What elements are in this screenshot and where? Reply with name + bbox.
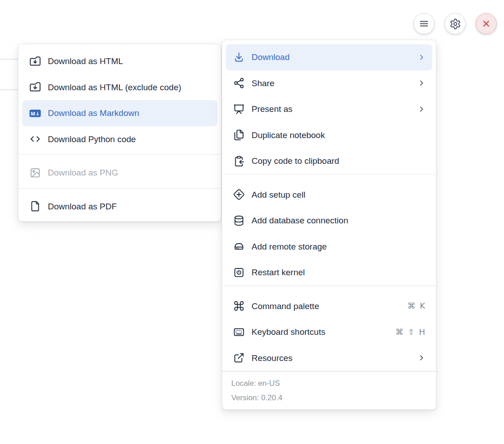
page-rule-line <box>0 59 18 60</box>
menu-item-label: Keyboard shortcuts <box>252 328 325 336</box>
shutdown-button[interactable] <box>476 13 497 34</box>
external-link-icon <box>233 352 245 364</box>
menu-item-command-palette[interactable]: Command palette⌘ K <box>226 293 432 319</box>
file-icon <box>29 200 41 213</box>
gear-icon <box>449 18 461 30</box>
svg-text:↓: ↓ <box>35 111 40 117</box>
notebook-menu: DownloadSharePresent asDuplicate noteboo… <box>222 40 436 410</box>
menu-item-label: Download as PNG <box>48 168 118 177</box>
menu-item-add-setup-cell[interactable]: Add setup cell <box>226 182 432 208</box>
menu-item-download-python-code[interactable]: Download Python code <box>22 126 217 153</box>
menu-item-label: Download <box>252 53 290 61</box>
menu-item-keyboard-shortcuts[interactable]: Keyboard shortcuts⌘ ⇧ H <box>226 319 432 345</box>
diamond-plus-icon <box>233 189 245 201</box>
menu-separator <box>222 286 436 286</box>
menu-item-label: Add database connection <box>252 216 348 225</box>
menu-item-download-as-png: Download as PNG <box>22 160 217 186</box>
svg-text:M: M <box>31 111 35 116</box>
chevron-right-icon <box>417 105 426 114</box>
hard-drive-icon <box>233 240 245 253</box>
menu-item-label: Download Python code <box>48 135 136 143</box>
menu-item-label: Copy code to clipboard <box>252 157 339 165</box>
presentation-icon <box>233 103 245 115</box>
square-power-icon <box>233 266 245 278</box>
command-icon <box>233 300 245 312</box>
folder-down-icon <box>29 55 41 67</box>
menu-item-duplicate-notebook[interactable]: Duplicate notebook <box>226 122 432 148</box>
menu-item-download-as-html[interactable]: Download as HTML <box>22 48 217 74</box>
menu-item-label: Add remote storage <box>252 242 327 251</box>
menu-item-present-as[interactable]: Present as <box>226 96 432 122</box>
menu-item-label: Download as PDF <box>48 202 117 211</box>
download-submenu: Download as HTMLDownload as HTML (exclud… <box>18 44 221 222</box>
notebook-menu-button[interactable] <box>413 13 435 34</box>
version-text: Version: 0.20.4 <box>231 391 427 405</box>
download-icon <box>233 51 245 63</box>
keyboard-icon <box>233 326 245 338</box>
shortcut-hint: ⌘ K <box>407 302 426 310</box>
hamburger-icon <box>418 18 430 29</box>
chevron-right-icon <box>417 79 426 88</box>
close-icon <box>481 18 492 29</box>
menu-item-label: Download as Markdown <box>48 109 139 117</box>
markdown-icon: M↓ <box>29 107 41 119</box>
menu-item-label: Share <box>252 79 275 88</box>
menu-item-restart-kernel[interactable]: Restart kernel <box>226 259 432 286</box>
menu-item-label: Download as HTML <box>48 57 123 65</box>
chevron-right-icon <box>417 353 426 362</box>
menu-item-add-remote-storage[interactable]: Add remote storage <box>226 234 432 260</box>
chevron-right-icon <box>417 53 426 62</box>
menu-item-label: Add setup cell <box>252 190 305 199</box>
toolbar <box>413 13 497 34</box>
menu-group: Add setup cellAdd database connectionAdd… <box>222 182 436 286</box>
shortcut-hint: ⌘ ⇧ H <box>395 328 426 336</box>
menu-item-download[interactable]: Download <box>226 44 432 70</box>
share-icon <box>233 77 245 89</box>
menu-separator <box>222 174 436 175</box>
folder-down-icon <box>29 81 41 93</box>
menu-separator <box>18 188 221 189</box>
menu-item-label: Present as <box>252 105 293 113</box>
menu-group: Download as PNG <box>18 160 221 186</box>
menu-item-resources[interactable]: Resources <box>226 345 432 371</box>
menu-item-label: Duplicate notebook <box>252 131 325 139</box>
locale-text: Locale: en-US <box>231 376 427 391</box>
menu-group: DownloadSharePresent asDuplicate noteboo… <box>222 44 436 174</box>
menu-item-label: Command palette <box>252 302 319 310</box>
image-icon <box>29 166 41 179</box>
menu-item-copy-code-to-clipboard[interactable]: Copy code to clipboard <box>226 148 432 174</box>
settings-button[interactable] <box>444 13 466 34</box>
menu-item-download-as-html-exclude-code[interactable]: Download as HTML (exclude code) <box>22 74 217 101</box>
menu-footer: Locale: en-US Version: 0.20.4 <box>222 371 436 411</box>
page-rule-line <box>0 89 18 90</box>
menu-group: Download as PDF <box>18 194 221 220</box>
menu-item-share[interactable]: Share <box>226 70 432 97</box>
menu-group: Download as HTMLDownload as HTML (exclud… <box>18 48 221 152</box>
menu-item-download-as-markdown[interactable]: M↓Download as Markdown <box>22 100 217 126</box>
clipboard-paste-icon <box>233 155 245 167</box>
menu-item-add-database-connection[interactable]: Add database connection <box>226 208 432 234</box>
files-icon <box>233 129 245 141</box>
menu-item-label: Resources <box>252 354 293 362</box>
menu-item-label: Restart kernel <box>252 268 305 277</box>
menu-separator <box>18 154 221 155</box>
code-icon <box>29 133 41 145</box>
menu-group: Command palette⌘ KKeyboard shortcuts⌘ ⇧ … <box>222 293 436 371</box>
menu-item-download-as-pdf[interactable]: Download as PDF <box>22 194 217 220</box>
database-icon <box>233 214 245 227</box>
menu-item-label: Download as HTML (exclude code) <box>48 83 181 92</box>
